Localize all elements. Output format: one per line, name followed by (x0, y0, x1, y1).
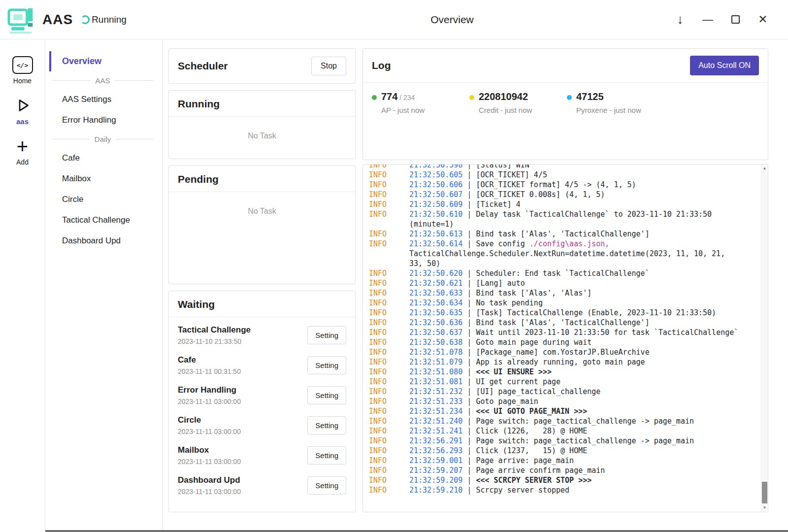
log-message: 21:32:51.078 | [Package_name] com.Yostar… (409, 347, 740, 357)
log-level: INFO (369, 367, 409, 377)
log-level: INFO (369, 239, 409, 268)
pending-empty-text: No Task (169, 192, 355, 216)
log-line: INFO21:32:50.606 | [OCR_TICKET format] 4… (369, 180, 758, 190)
log-line: INFO21:32:50.637 | Wait until 2023-11-10… (369, 328, 758, 337)
log-level: INFO (369, 436, 409, 446)
rail-item-add[interactable]: + Add (0, 132, 45, 172)
log-line: INFO21:32:59.207 | Page arrive confirm p… (369, 466, 758, 475)
log-level: INFO (369, 475, 409, 485)
scroll-up-icon[interactable]: ▲ (761, 165, 768, 172)
log-line: INFO21:32:50.635 | [Task] TacticalChalle… (369, 308, 758, 318)
sidebar-item-error-handling[interactable]: Error Handling (49, 110, 162, 130)
log-level: INFO (369, 357, 409, 367)
sidebar-item-dashboard-upd[interactable]: Dashboard Upd (49, 231, 162, 251)
log-message: 21:32:59.001 | Page arrive: page_main (409, 456, 740, 466)
setting-button-tactical-challenge[interactable]: Setting (307, 326, 346, 344)
rail-item-aas[interactable]: aas (0, 91, 45, 132)
log-message: 21:32:56.291 | Page switch: page_tactica… (409, 436, 740, 446)
log-level: INFO (369, 347, 409, 357)
setting-button-error-handling[interactable]: Setting (307, 386, 346, 404)
log-line: INFO21:32:50.633 | Bind task ['Alas', 'A… (369, 288, 758, 298)
app-body: </> Home aas + Add OverviewAASAAS Settin… (0, 39, 788, 532)
log-message: 21:32:50.633 | Bind task ['Alas', 'Alas'… (409, 288, 740, 298)
log-line: INFO21:32:50.609 | [Ticket] 4 (369, 200, 758, 209)
auto-scroll-button[interactable]: Auto Scroll ON (690, 56, 759, 75)
log-line: INFO21:32:50.605 | [OCR_TICKET] 4/5 (369, 170, 758, 180)
task-name: Dashboard Upd (178, 475, 241, 485)
pending-card: Pending No Task (168, 166, 356, 284)
log-level: INFO (369, 209, 409, 229)
log-level: INFO (369, 200, 409, 209)
waiting-card: Waiting Tactical Challenge2023-11-10 21:… (168, 291, 356, 512)
task-next-run: 2023-11-10 21:33:50 (178, 337, 251, 345)
task-info: Cafe2023-11-11 00:31:50 (178, 355, 241, 375)
log-level: INFO (369, 268, 409, 278)
log-line: INFO21:32:51.233 | Goto page_main (369, 397, 758, 406)
log-message: 21:32:50.620 | Scheduler: End task `Tact… (409, 268, 740, 278)
setting-button-mailbox[interactable]: Setting (307, 446, 346, 465)
rail-item-home[interactable]: </> Home (0, 50, 45, 91)
log-line: INFO21:32:56.291 | Page switch: page_tac… (369, 436, 758, 446)
log-message: 21:32:56.293 | Click (1237, 15) @ HOME (409, 446, 740, 456)
setting-button-dashboard-upd[interactable]: Setting (307, 476, 346, 495)
stop-button[interactable]: Stop (311, 57, 346, 75)
log-message: 21:32:50.637 | Wait until 2023-11-10 21:… (409, 328, 740, 337)
download-icon[interactable]: ↓ (669, 8, 691, 31)
scroll-down-icon[interactable]: ▼ (761, 504, 768, 511)
log-line: INFO21:32:50.638 | Goto main page during… (369, 337, 758, 347)
log-message: 21:32:59.210 | Scrcpy server stopped (409, 485, 740, 495)
log-message: 21:32:50.634 | No task pending (409, 298, 740, 308)
log-scrollbar[interactable]: ▲ ▼ (761, 165, 768, 512)
log-line: INFO21:32:51.078 | [Package_name] com.Yo… (369, 347, 758, 357)
log-output[interactable]: INFO21:32:50.598 | [Status] WININFO21:32… (362, 164, 768, 512)
sidebar-item-aas-settings[interactable]: AAS Settings (49, 90, 162, 109)
log-line: INFO21:32:51.079 | App is already runnin… (369, 357, 758, 367)
rail-item-label: Add (16, 158, 29, 166)
log-line: INFO21:32:50.613 | Bind task ['Alas', 'T… (369, 229, 758, 239)
sidebar-item-mailbox[interactable]: Mailbox (49, 169, 162, 189)
maximize-button[interactable] (724, 8, 747, 31)
window-controls: ↓ — ✕ (664, 8, 788, 31)
waiting-task-row-mailbox: Mailbox2023-11-11 03:00:00Setting (169, 440, 355, 470)
log-level: INFO (369, 416, 409, 426)
log-level: INFO (369, 190, 409, 200)
log-line: INFO21:32:50.607 | [OCR_TICKET 0.008s] (… (369, 190, 758, 200)
app-name: AAS (42, 12, 73, 28)
log-message: 21:32:51.079 | App is already running, g… (409, 357, 740, 367)
log-line: INFO21:32:50.636 | Bind task ['Alas', 'T… (369, 318, 758, 328)
sidebar-item-cafe[interactable]: Cafe (49, 148, 162, 168)
stat-suffix: / 234 (397, 94, 415, 101)
sidebar-item-tactical-challenge[interactable]: Tactical Challenge (49, 210, 162, 230)
close-button[interactable]: ✕ (752, 8, 774, 31)
log-level: INFO (369, 377, 409, 387)
log-line: INFO21:32:51.232 | [UI] page_tactical_ch… (369, 387, 758, 397)
waiting-task-list: Tactical Challenge2023-11-10 21:33:50Set… (169, 317, 355, 503)
log-column: Log Auto Scroll ON 774 / 234AP - just no… (362, 48, 768, 512)
minimize-button[interactable]: — (696, 8, 719, 31)
log-level: INFO (369, 426, 409, 436)
scrollbar-thumb[interactable] (762, 482, 767, 503)
stat-value: 774 / 234 (381, 91, 425, 102)
log-message: 21:32:51.234 | <<< UI GOTO PAGE_MAIN >>> (409, 406, 740, 416)
log-level: INFO (369, 229, 409, 239)
sidebar-item-overview[interactable]: Overview (49, 51, 162, 71)
waiting-task-row-error-handling: Error Handling2023-11-11 03:00:00Setting (169, 380, 355, 410)
task-info: Mailbox2023-11-11 03:00:00 (178, 445, 241, 466)
log-message: 21:32:50.606 | [OCR_TICKET format] 4/5 -… (409, 180, 740, 190)
log-title: Log (372, 60, 391, 71)
horizontal-scrollbar[interactable] (45, 530, 788, 532)
stat-label: Credit - just now (479, 106, 532, 114)
log-line: INFO21:32:59.209 | <<< SCRCPY SERVER STO… (369, 475, 758, 485)
waiting-task-row-dashboard-upd: Dashboard Upd2023-11-11 03:00:00Setting (169, 470, 355, 500)
pending-title: Pending (169, 166, 355, 192)
task-info: Dashboard Upd2023-11-11 03:00:00 (178, 475, 241, 496)
task-next-run: 2023-11-11 00:31:50 (178, 367, 241, 375)
log-level: INFO (369, 328, 409, 337)
log-message: 21:32:50.607 | [OCR_TICKET 0.008s] (4, 1… (409, 190, 740, 200)
sidebar-section-aas: AAS (52, 76, 153, 85)
log-message: 21:32:50.598 | [Status] WIN (409, 164, 740, 170)
setting-button-circle[interactable]: Setting (307, 416, 346, 434)
setting-button-cafe[interactable]: Setting (307, 356, 346, 374)
sidebar-item-circle[interactable]: Circle (49, 190, 162, 209)
log-level: INFO (369, 180, 409, 190)
